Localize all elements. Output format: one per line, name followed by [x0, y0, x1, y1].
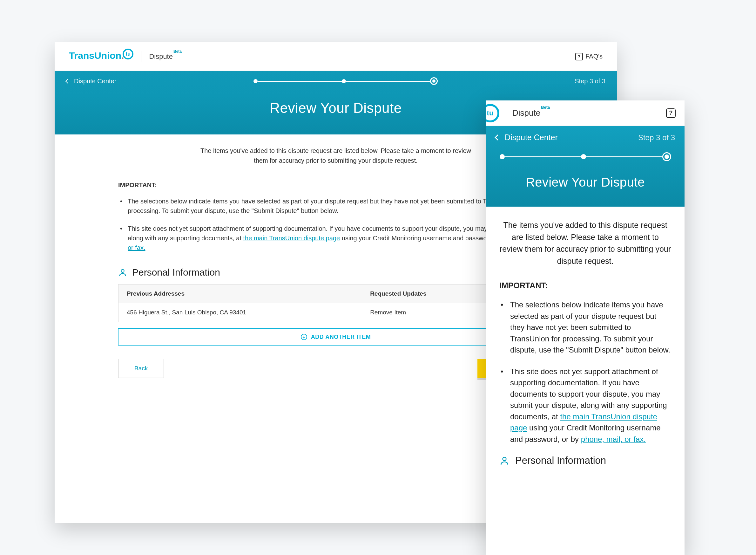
breadcrumb[interactable]: Dispute Center: [495, 133, 558, 142]
help-icon[interactable]: ?: [666, 109, 676, 118]
header-left: TransUnion. tu DisputeBeta: [69, 50, 181, 62]
personal-info-title: Personal Information: [132, 267, 220, 278]
progress-step-3-current: [662, 152, 671, 161]
dispute-page-link[interactable]: the main TransUnion dispute page: [243, 234, 340, 242]
product-label: Dispute: [149, 52, 173, 60]
important-bullet-1: The selections below indicate items you …: [499, 299, 671, 356]
brand-logo: TransUnion. tu: [69, 50, 133, 62]
beta-badge: Beta: [541, 105, 550, 110]
progress-step-2: [581, 154, 586, 159]
progress-bar: [495, 152, 675, 161]
step-indicator: Step 3 of 3: [575, 78, 605, 85]
intro-text: The items you've added to this dispute r…: [193, 146, 479, 166]
progress-line: [505, 157, 581, 157]
person-icon: [118, 268, 127, 277]
phone-mail-fax-link[interactable]: phone, mail, or fax.: [581, 435, 646, 443]
vertical-divider: [141, 51, 141, 62]
product-label: Dispute: [512, 108, 540, 118]
faq-link[interactable]: ? FAQ's: [575, 53, 603, 60]
personal-info-heading: Personal Information: [499, 455, 671, 466]
add-button-label: ADD ANOTHER ITEM: [311, 334, 371, 340]
important-label: IMPORTANT:: [499, 281, 671, 290]
step-indicator: Step 3 of 3: [638, 133, 675, 142]
page-title: Review Your Dispute: [495, 175, 675, 189]
chevron-left-icon: [494, 134, 500, 140]
mobile-banner: Dispute Center Step 3 of 3 Review Your D…: [486, 126, 684, 207]
beta-badge: Beta: [174, 49, 182, 54]
faq-label: FAQ's: [585, 53, 603, 60]
product-name: DisputeBeta: [512, 108, 549, 118]
progress-step-1: [253, 79, 257, 83]
mobile-window: tu DisputeBeta ? Dispute Center Step 3 o…: [486, 100, 684, 555]
mobile-content: The items you've added to this dispute r…: [486, 207, 684, 466]
brand-text-a: Trans: [69, 50, 94, 61]
breadcrumb-label: Dispute Center: [74, 78, 116, 85]
progress-bar: [253, 77, 438, 85]
product-name: DisputeBeta: [149, 52, 181, 61]
important-bullet-2: This site does not yet support attachmen…: [499, 366, 671, 445]
tu-circle-icon: tu: [123, 49, 133, 59]
progress-step-1: [500, 154, 505, 159]
progress-line: [586, 157, 662, 157]
tu-circle-icon: tu: [486, 104, 499, 122]
progress-step-2: [342, 79, 346, 83]
person-icon: [499, 456, 510, 466]
col-prev-addresses: Previous Addresses: [119, 285, 362, 303]
svg-point-0: [121, 269, 124, 272]
app-header: TransUnion. tu DisputeBeta ? FAQ's: [55, 42, 617, 71]
cell-address: 456 Higuera St., San Luis Obispo, CA 934…: [119, 303, 362, 322]
help-icon: ?: [575, 53, 583, 60]
progress-line: [257, 81, 342, 82]
banner-top-row: Dispute Center Step 3 of 3: [66, 77, 605, 85]
back-button[interactable]: Back: [118, 359, 164, 378]
mobile-header-left: tu DisputeBeta: [495, 104, 549, 122]
mobile-banner-top: Dispute Center Step 3 of 3: [495, 133, 675, 142]
progress-line: [346, 81, 430, 82]
svg-point-1: [503, 458, 506, 461]
brand-text-b: Union: [94, 50, 121, 61]
vertical-divider: [506, 108, 506, 119]
progress-step-3-current: [430, 77, 438, 85]
mobile-header: tu DisputeBeta ?: [486, 100, 684, 126]
breadcrumb-label: Dispute Center: [505, 133, 558, 142]
intro-text: The items you've added to this dispute r…: [499, 219, 671, 267]
plus-circle-icon: +: [301, 334, 307, 340]
chevron-left-icon: [65, 79, 70, 84]
personal-info-title: Personal Information: [515, 455, 606, 466]
important-list: The selections below indicate items you …: [499, 299, 671, 445]
breadcrumb[interactable]: Dispute Center: [66, 78, 116, 85]
